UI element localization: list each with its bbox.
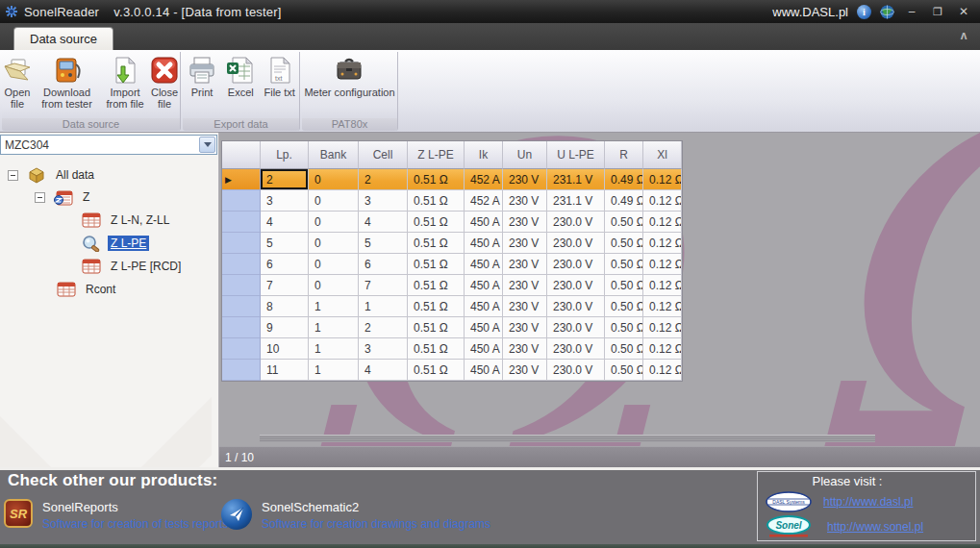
maximize-button[interactable]: ❐	[929, 4, 946, 19]
collapse-ribbon-button[interactable]: ᴧ	[955, 29, 972, 44]
product-sonelschematic2[interactable]: SonelSchematic2 Software for creation dr…	[221, 499, 490, 531]
table-cell[interactable]: 0.50 Ω	[605, 338, 643, 360]
table-cell[interactable]: 5	[261, 233, 309, 254]
table-cell[interactable]: 0	[309, 254, 359, 275]
table-cell[interactable]: 230 V	[503, 317, 547, 338]
table-cell[interactable]: 230.0 V	[547, 233, 605, 254]
table-cell[interactable]: 450 A	[465, 360, 503, 381]
product-description[interactable]: Software for creation drawings and diagr…	[262, 517, 490, 531]
table-cell[interactable]: 0.51 Ω	[408, 360, 465, 381]
table-row[interactable]: 9120.51 Ω450 A230 V230.0 V0.50 Ω0.12 Ω	[222, 317, 682, 338]
dropdown-button[interactable]	[199, 137, 215, 153]
table-cell[interactable]: 0.12 Ω	[643, 212, 682, 233]
table-cell[interactable]: 0.51 Ω	[408, 338, 465, 360]
table-cell[interactable]: 0.50 Ω	[605, 296, 643, 317]
collapse-toggle-icon[interactable]	[8, 170, 18, 181]
row-indicator[interactable]	[222, 254, 261, 275]
table-cell[interactable]: 230.0 V	[547, 317, 605, 338]
table-cell[interactable]: 230 V	[503, 360, 547, 381]
file-txt-button[interactable]: txt File txt	[264, 55, 294, 118]
table-cell[interactable]: 230 V	[503, 233, 547, 254]
table-cell[interactable]: 2	[261, 169, 309, 190]
table-cell[interactable]: 0.50 Ω	[605, 254, 643, 275]
column-header-xl[interactable]: Xl	[643, 141, 682, 169]
table-cell[interactable]: 6	[359, 254, 408, 275]
table-cell[interactable]: 230 V	[503, 212, 547, 233]
table-cell[interactable]: 10	[261, 338, 309, 360]
column-header-ulpe[interactable]: U L-PE	[547, 141, 605, 169]
table-cell[interactable]: 230 V	[503, 338, 547, 360]
table-row[interactable]: 8110.51 Ω450 A230 V230.0 V0.50 Ω0.12 Ω	[222, 296, 682, 317]
table-cell[interactable]: 452 A	[465, 190, 503, 212]
table-cell[interactable]: 230.0 V	[547, 212, 605, 233]
table-cell[interactable]: 0.49 Ω	[605, 190, 643, 212]
print-button[interactable]: Print	[187, 55, 217, 118]
table-cell[interactable]: 0.50 Ω	[605, 233, 643, 254]
tab-data-source[interactable]: Data source	[13, 27, 113, 50]
table-cell[interactable]: 3	[359, 338, 408, 360]
row-indicator[interactable]	[222, 317, 261, 338]
table-cell[interactable]: 230.0 V	[547, 254, 605, 275]
import-from-file-button[interactable]: Import from file	[101, 55, 149, 118]
sonel-link[interactable]: http://www.sonel.pl	[827, 520, 923, 534]
table-cell[interactable]: 5	[359, 233, 408, 254]
table-cell[interactable]: 0.51 Ω	[408, 275, 465, 296]
globe-icon[interactable]	[880, 5, 894, 19]
table-cell[interactable]: 230 V	[503, 275, 547, 296]
row-indicator[interactable]	[222, 296, 261, 317]
close-file-button[interactable]: Close file	[149, 55, 180, 118]
dasl-link[interactable]: http://www.dasl.pl	[823, 495, 913, 509]
table-cell[interactable]: 0.12 Ω	[643, 338, 682, 360]
table-cell[interactable]: 0.12 Ω	[643, 254, 682, 275]
table-row[interactable]: 10130.51 Ω450 A230 V230.0 V0.50 Ω0.12 Ω	[222, 338, 682, 360]
meter-configuration-button[interactable]: Meter configuration	[304, 55, 394, 118]
table-cell[interactable]: 0.50 Ω	[605, 275, 643, 296]
table-cell[interactable]: 7	[261, 275, 309, 296]
table-cell[interactable]: 450 A	[465, 317, 503, 338]
table-cell[interactable]: 230.0 V	[547, 360, 605, 381]
table-cell[interactable]: 450 A	[465, 233, 503, 254]
table-cell[interactable]: 450 A	[465, 275, 503, 296]
table-cell[interactable]: 450 A	[465, 296, 503, 317]
table-cell[interactable]: 0.12 Ω	[643, 296, 682, 317]
table-cell[interactable]: 11	[261, 360, 309, 381]
table-cell[interactable]: 230 V	[503, 190, 547, 212]
table-cell[interactable]: 0.51 Ω	[408, 296, 465, 317]
table-row[interactable]: 11140.51 Ω450 A230 V230.0 V0.50 Ω0.12 Ω	[222, 360, 682, 381]
table-cell[interactable]: 230 V	[503, 254, 547, 275]
info-icon[interactable]: i	[857, 5, 871, 19]
collapse-toggle-icon[interactable]	[35, 192, 45, 203]
table-cell[interactable]: 0.12 Ω	[643, 275, 682, 296]
table-cell[interactable]: 2	[359, 169, 408, 190]
column-header-cell[interactable]: Cell	[359, 141, 408, 169]
table-cell[interactable]: 1	[309, 338, 359, 360]
titlebar-site-link[interactable]: www.DASL.pl	[772, 5, 848, 19]
table-cell[interactable]: 0.50 Ω	[605, 360, 643, 381]
table-cell[interactable]: 0.12 Ω	[643, 190, 682, 212]
column-header-lp[interactable]: Lp.	[261, 141, 309, 169]
row-indicator[interactable]	[222, 275, 261, 296]
product-sonelreports[interactable]: SR SonelReports Software for creation of…	[4, 499, 228, 531]
table-cell[interactable]: 0.51 Ω	[408, 212, 465, 233]
row-indicator[interactable]	[222, 212, 261, 233]
table-cell[interactable]: 1	[309, 317, 359, 338]
download-from-tester-button[interactable]: Download from tester	[33, 55, 101, 118]
table-cell[interactable]: 0	[309, 190, 359, 212]
table-cell[interactable]: 0.12 Ω	[643, 360, 682, 381]
table-cell[interactable]: 7	[359, 275, 408, 296]
close-button[interactable]: ✕	[955, 4, 972, 19]
table-cell[interactable]: 450 A	[465, 338, 503, 360]
table-cell[interactable]: 231.1 V	[547, 169, 605, 190]
tree-item-zlpe-selected[interactable]: Z L-PE	[81, 234, 149, 253]
row-indicator[interactable]	[222, 190, 261, 212]
table-cell[interactable]: 0.51 Ω	[408, 317, 465, 338]
table-cell[interactable]: 450 A	[465, 212, 503, 233]
table-cell[interactable]: 2	[359, 317, 408, 338]
tree-item-z[interactable]: Z	[35, 187, 92, 207]
open-file-button[interactable]: Open file	[2, 55, 33, 118]
column-header-un[interactable]: Un	[503, 141, 547, 169]
table-cell[interactable]: 0.51 Ω	[408, 190, 465, 212]
selected-row-indicator[interactable]: ▶	[222, 169, 261, 190]
row-indicator[interactable]	[222, 233, 261, 254]
table-cell[interactable]: 230.0 V	[547, 275, 605, 296]
